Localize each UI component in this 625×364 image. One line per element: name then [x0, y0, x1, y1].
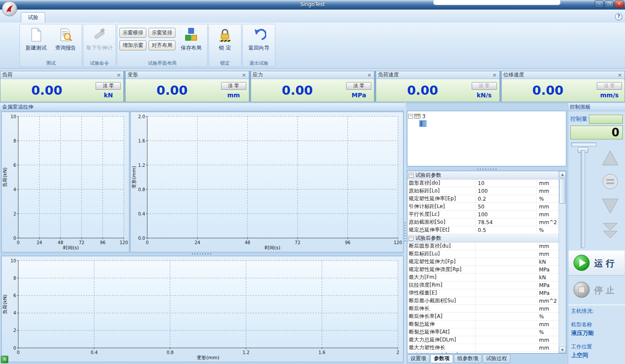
param-group-header[interactable]: −试验后参数	[407, 234, 559, 242]
down-button[interactable]	[600, 196, 620, 216]
param-row[interactable]: 原始截面积[So]78.54mm^2	[407, 218, 559, 226]
remove-extensometer-label: 取下引伸计	[86, 44, 112, 52]
param-row[interactable]: 引伸计标距[Le]50mm	[407, 203, 559, 211]
param-row[interactable]: 原始标距[Lo]100mm	[407, 187, 559, 195]
new-test-label: 新建测试	[26, 44, 46, 52]
app-logo-icon[interactable]	[1, 0, 18, 17]
param-row[interactable]: 最大力总延伸率[Agt]%	[407, 352, 559, 353]
new-test-button[interactable]: 新建测试	[21, 25, 51, 52]
maximize-button[interactable]: ❐	[605, 0, 614, 8]
align-layout-button[interactable]: 对齐布局	[149, 40, 175, 50]
help-icon[interactable]: ?	[615, 13, 622, 20]
param-row[interactable]: 规定总延伸率[Et]0.5%	[407, 226, 559, 234]
parameter-grid: −试验前参数圆形直径[do]10mm原始标距[Lo]100mm规定塑性延伸率[E…	[407, 171, 566, 354]
run-button[interactable]: 运 行	[569, 251, 625, 276]
specimen-tree[interactable]: − 3	[407, 111, 566, 166]
param-tab[interactable]: 试验过程	[483, 354, 510, 363]
clear-button[interactable]: 清 零	[346, 82, 371, 90]
param-name: 弹性模量[E]	[407, 289, 476, 297]
param-value[interactable]: 78.54	[476, 219, 537, 225]
tree-root-label[interactable]: 3	[422, 113, 426, 119]
speed-slider-track[interactable]	[581, 150, 585, 248]
panel-close-icon[interactable]: ×	[492, 72, 498, 78]
param-row[interactable]: 弹性模量[E]MPa	[407, 289, 559, 297]
param-row[interactable]: 最大力塑性伸长mm	[407, 344, 559, 352]
panel-close-icon[interactable]: ×	[116, 72, 122, 78]
param-value[interactable]: 0.5	[476, 227, 537, 233]
meter-value: 0.00	[251, 79, 344, 102]
svg-text:变形(mm): 变形(mm)	[197, 355, 219, 361]
save-layout-button[interactable]: 保存布局	[176, 25, 206, 52]
param-row[interactable]: 规定塑性延伸力[Fp]kN	[407, 258, 559, 266]
stop-button[interactable]: 停 止	[569, 278, 625, 303]
param-row[interactable]: 断裂总延伸率[At]%	[407, 328, 559, 336]
param-group-header[interactable]: −试验前参数	[407, 171, 559, 179]
param-value[interactable]: 10	[476, 180, 537, 186]
add-window-button[interactable]: 增加示窗	[119, 40, 146, 50]
group-label-layout: 试验界面布局	[117, 60, 207, 66]
tree-grid-splitter[interactable]	[407, 167, 566, 171]
group-collapse-icon[interactable]: −	[409, 236, 413, 241]
windows-vertical-button[interactable]: 示窗竖排	[149, 28, 175, 38]
param-row[interactable]: 断后伸长mm	[407, 305, 559, 313]
tree-collapse-icon[interactable]: −	[408, 114, 413, 119]
windows-horizontal-button[interactable]: 示窗横排	[119, 28, 146, 38]
remove-extensometer-button[interactable]: 取下引伸计	[85, 25, 114, 52]
param-unit: MPa	[537, 290, 559, 296]
return-wizard-button[interactable]: 返回向导	[244, 25, 274, 52]
grid-scrollbar[interactable]: ▲ ▼	[559, 171, 566, 353]
param-tab[interactable]: 组参数项	[454, 354, 482, 363]
param-row[interactable]: 平行长度[Lc]100mm	[407, 211, 559, 218]
clear-button[interactable]: 清 零	[221, 82, 246, 90]
specimen-icon[interactable]	[420, 121, 426, 126]
param-name: 断后伸长率[A]	[407, 313, 476, 320]
param-row[interactable]: 断后伸长率[A]%	[407, 313, 559, 321]
panel-close-icon[interactable]: ×	[366, 72, 372, 78]
minimize-icon: ─	[598, 2, 600, 6]
param-value[interactable]: 50	[476, 204, 537, 210]
param-row[interactable]: 抗拉强度[Rm]MPa	[407, 281, 559, 289]
scroll-down-icon[interactable]: ▼	[559, 347, 566, 353]
param-row[interactable]: 最大力总延伸[DLm]mm	[407, 336, 559, 344]
titlebar[interactable]: SingoTest ─ ❐ ✕	[0, 0, 625, 10]
group-collapse-icon[interactable]: −	[409, 173, 413, 178]
scroll-up-icon[interactable]: ▲	[559, 171, 566, 178]
param-row[interactable]: 规定塑性延伸率[Ep]0.2%	[407, 195, 559, 203]
up-button[interactable]	[600, 148, 620, 168]
param-group-name: 试验后参数	[415, 235, 441, 242]
tab-test[interactable]: 试验	[21, 12, 45, 23]
tree-root-row[interactable]: − 3	[408, 113, 565, 120]
param-value[interactable]: 0.2	[476, 196, 537, 202]
clear-button[interactable]: 清 零	[96, 82, 121, 90]
hold-button[interactable]	[600, 172, 620, 192]
tree-child-row[interactable]	[408, 120, 565, 127]
param-value[interactable]: 100	[476, 212, 537, 218]
param-row[interactable]: 圆形直径[do]10mm	[407, 179, 559, 187]
horizontal-splitter[interactable]	[0, 252, 403, 255]
param-row[interactable]: 断后圆形直径[du]mm	[407, 242, 559, 250]
control-amount-input[interactable]	[589, 115, 623, 124]
close-button[interactable]: ✕	[615, 0, 624, 8]
clear-button[interactable]: 清 零	[597, 82, 622, 90]
param-row[interactable]: 规定塑性延伸强度[Rp]MPa	[407, 266, 559, 274]
scrollbar-thumb[interactable]	[559, 179, 565, 204]
fast-down-button[interactable]	[600, 221, 620, 241]
param-row[interactable]: 最大力[Fm]kN	[407, 274, 559, 281]
param-row[interactable]: 断后最小截面积[Su]mm^2	[407, 297, 559, 305]
panel-close-icon[interactable]: ×	[241, 72, 247, 78]
minimize-button[interactable]: ─	[595, 0, 604, 8]
lock-button[interactable]: 锁 定	[210, 25, 240, 52]
param-tab[interactable]: 参数项	[430, 354, 453, 363]
group-label-lock: 锁定	[209, 60, 241, 66]
clear-button[interactable]: 清 零	[472, 82, 497, 90]
param-unit: kN	[537, 275, 559, 281]
param-name: 最大力总延伸[DLm]	[407, 336, 476, 344]
param-row[interactable]: 断裂总延伸mm	[407, 321, 559, 328]
panel-close-icon[interactable]: ×	[617, 72, 623, 78]
param-value[interactable]: 100	[476, 188, 537, 194]
param-tab[interactable]: 设置项	[407, 354, 430, 363]
query-report-button[interactable]: 查询报告	[51, 25, 80, 52]
param-row[interactable]: 断后标距[Lu]mm	[407, 250, 559, 258]
status-corner-icon[interactable]: ⇅	[1, 356, 8, 363]
param-unit: mm	[537, 188, 559, 194]
